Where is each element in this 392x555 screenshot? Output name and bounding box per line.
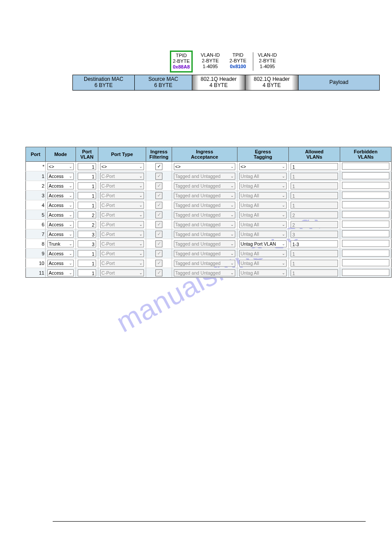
chevron-down-icon: ⌄ [281,174,285,178]
allowed-vlans-input[interactable]: 1 [291,163,338,170]
ingress-filtering-checkbox: ✓ [155,231,162,238]
port-vlan-input[interactable]: 1 [78,260,96,267]
label: 6 BYTE [154,83,172,89]
mode-select[interactable]: Access⌄ [47,182,74,189]
table-row: 7Access⌄3C-Port⌄✓Tagged and Untagged⌄Unt… [26,229,392,239]
chevron-down-icon: ⌄ [281,242,285,246]
allowed-vlans-input: 1 [291,269,338,276]
port-type-select[interactable]: <>⌄ [100,163,144,170]
port-vlan-input[interactable]: 1 [78,202,96,209]
chevron-down-icon: ⌄ [68,271,72,275]
forbidden-vlans-input[interactable] [342,250,389,257]
label: Port [82,149,92,154]
label: Forbidden [354,149,378,154]
ingress-filtering-checkbox: ✓ [155,182,162,189]
egress-tagging-select[interactable]: Untag Port VLAN⌄ [239,240,287,247]
port-vlan-input[interactable]: 1 [78,182,96,189]
label: VLANs [306,154,322,160]
allowed-vlans-input: 3 [291,231,338,238]
mode-select[interactable]: Access⌄ [47,250,74,257]
mode-select[interactable]: Access⌄ [47,211,74,218]
port-vlan-input[interactable]: 1 [78,250,96,257]
label: Allowed [305,149,324,154]
port-number: 10 [26,258,46,268]
ingress-acceptance-select: Tagged and Untagged⌄ [174,192,235,199]
mode-select[interactable]: Access⌄ [47,269,74,276]
chevron-down-icon: ⌄ [138,184,143,188]
chevron-down-icon: ⌄ [230,164,234,169]
col-header-port: Port [26,147,46,162]
forbidden-vlans-input[interactable] [342,192,389,199]
col-header-ingress-filtering: Ingress Filtering [146,147,172,162]
ingress-filtering-checkbox: ✓ [155,240,162,247]
forbidden-vlans-input[interactable] [342,240,389,247]
port-type-select: C-Port⌄ [100,250,144,257]
port-number: * [26,162,46,171]
port-vlan-input[interactable]: 1 [78,163,96,170]
frame-segment-payload: Payload [298,75,379,90]
allowed-vlans-input[interactable]: 1-3 [291,240,338,247]
frame-segment-destmac: Destination MAC 6 BYTE [73,75,135,90]
chevron-down-icon: ⌄ [230,203,234,207]
port-number: 6 [26,220,46,229]
ingress-filtering-checkbox: ✓ [155,250,162,257]
mode-select[interactable]: Access⌄ [47,202,74,209]
port-number: 3 [26,191,46,200]
mode-select[interactable]: Access⌄ [47,221,74,228]
port-number: 2 [26,181,46,191]
port-vlan-input[interactable]: 3 [78,240,96,247]
chevron-down-icon: ⌄ [138,174,143,178]
forbidden-vlans-input[interactable] [342,221,389,228]
port-vlan-input[interactable]: 1 [78,192,96,199]
egress-tagging-select: Untag All⌄ [239,250,287,257]
mode-select[interactable]: Access⌄ [47,192,74,199]
ingress-acceptance-select: Tagged and Untagged⌄ [174,269,235,276]
port-type-select: C-Port⌄ [100,231,144,238]
forbidden-vlans-input[interactable] [342,259,389,266]
forbidden-vlans-input[interactable] [342,230,389,237]
table-row: 2Access⌄1C-Port⌄✓Tagged and Untagged⌄Unt… [26,181,392,191]
ingress-filtering-checkbox[interactable]: ✓ [155,163,162,170]
vlan-port-config-table: Port Mode Port VLAN Port Type Ingress Fi… [25,147,392,278]
forbidden-vlans-input[interactable] [342,182,389,189]
port-vlan-input[interactable]: 1 [78,173,96,180]
forbidden-vlans-input[interactable] [342,201,389,208]
allowed-vlans-input: 1 [291,202,338,209]
egress-tagging-select: Untag All⌄ [239,211,287,218]
port-vlan-input[interactable]: 1 [78,269,96,276]
chevron-down-icon: ⌄ [230,213,234,217]
forbidden-vlans-input[interactable] [342,211,389,218]
port-type-select: C-Port⌄ [100,211,144,218]
port-vlan-input[interactable]: 2 [78,221,96,228]
egress-tagging-select: Untag All⌄ [239,221,287,228]
chevron-down-icon: ⌄ [138,222,143,227]
chevron-down-icon: ⌄ [281,261,285,265]
tpid-outer-value: 0x88A8 [171,64,191,70]
port-vlan-input[interactable]: 2 [78,211,96,218]
mode-select[interactable]: Access⌄ [47,260,74,267]
vlanid-outer-label: VLAN-ID 2-BYTE 1-4095 [198,52,223,70]
table-row: 6Access⌄2C-Port⌄✓Tagged and Untagged⌄Unt… [26,220,392,229]
label: VLAN [80,154,94,160]
port-vlan-input[interactable]: 3 [78,231,96,238]
port-number: 7 [26,229,46,239]
ingress-acceptance-select[interactable]: <>⌄ [174,163,235,170]
mode-select[interactable]: Access⌄ [47,231,74,238]
label: 4 BYTE [263,83,281,89]
forbidden-vlans-input[interactable] [342,172,389,179]
chevron-down-icon: ⌄ [68,242,72,246]
egress-tagging-select[interactable]: <>⌄ [239,163,287,170]
forbidden-vlans-input[interactable] [342,269,389,276]
mode-select[interactable]: <>⌄ [47,163,74,170]
mode-select[interactable]: Trunk⌄ [47,240,74,247]
chevron-down-icon: ⌄ [68,164,72,169]
port-number: 9 [26,249,46,258]
mode-select[interactable]: Access⌄ [47,173,74,180]
chevron-down-icon: ⌄ [230,271,234,275]
allowed-vlans-input: 1 [291,182,338,189]
chevron-down-icon: ⌄ [68,184,72,188]
col-header-allowed-vlans: Allowed VLANs [289,147,340,162]
label: Acceptance [191,154,218,160]
ingress-acceptance-select: Tagged and Untagged⌄ [174,211,235,218]
forbidden-vlans-input[interactable] [342,163,389,170]
